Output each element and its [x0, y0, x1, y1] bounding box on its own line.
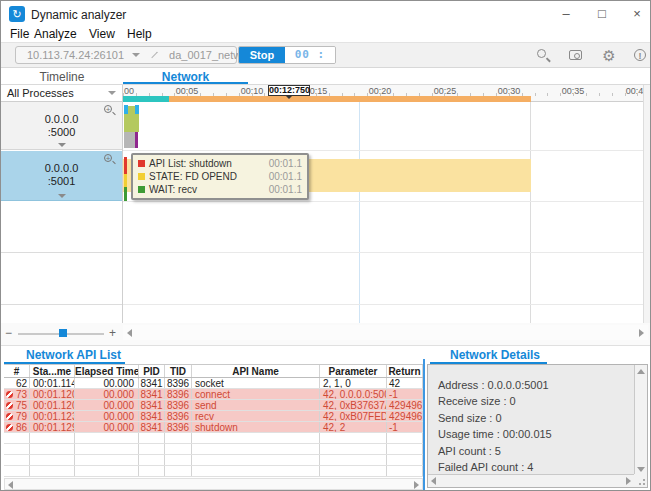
table-row-failed[interactable]: 73 00:01.120 00.000 8341 8396 connect 42…	[4, 389, 423, 400]
col-parameter[interactable]: Parameter	[320, 365, 387, 377]
green-square-icon	[138, 186, 145, 193]
scroll-right-icon[interactable]	[639, 329, 644, 337]
vertical-scrollbar[interactable]	[643, 85, 650, 323]
col-return[interactable]: Return	[387, 365, 423, 377]
col-num[interactable]: #	[4, 365, 30, 377]
process-port: :5000	[1, 126, 122, 138]
table-row[interactable]: 62 00:01.114 00.000 8341 8396 socket 2, …	[4, 378, 423, 389]
trace-control-group: Stop 00 : 32	[238, 46, 336, 64]
tab-timeline[interactable]: Timeline	[1, 70, 123, 84]
process-filter-dropdown[interactable]: All Processes	[1, 85, 123, 101]
col-api-name[interactable]: API Name	[192, 365, 320, 377]
cell-num: 75	[4, 400, 30, 410]
tooltip-row: WAIT: recv 00:01.1	[138, 183, 302, 196]
cell-tid: 8396	[165, 411, 192, 421]
failed-icon	[6, 391, 13, 398]
close-button[interactable]: ×	[622, 5, 651, 23]
process-row-5001-selected[interactable]: + 0.0.0.0 :5001	[1, 151, 122, 201]
tooltip-row: STATE: FD OPEND 00:01.1	[138, 170, 302, 183]
wait-marker-green	[124, 187, 127, 201]
tooltip-label: WAIT: recv	[149, 184, 197, 195]
zoom-in-button[interactable]: +	[109, 326, 116, 340]
stop-button[interactable]: Stop	[239, 47, 285, 63]
menu-analyze[interactable]: Analyze	[34, 27, 77, 41]
horizontal-scrollbar[interactable]	[123, 325, 648, 340]
tab-network-api-list[interactable]: Network API List	[26, 348, 121, 362]
chart-row-separator	[123, 252, 645, 253]
detail-usage-time: Usage time : 00:00.015	[438, 428, 552, 440]
info-icon[interactable]: !	[632, 47, 650, 65]
table-row-failed[interactable]: 86 00:01.129 00.000 8341 8396 shutdown 4…	[4, 422, 423, 433]
table-horizontal-scrollbar[interactable]	[4, 478, 423, 490]
col-elapsed-time[interactable]: Elapsed Time	[75, 365, 139, 377]
details-horizontal-scrollbar[interactable]	[428, 474, 634, 487]
chart-gridline	[359, 102, 360, 323]
minimize-button[interactable]: –	[551, 5, 581, 23]
table-row-empty	[4, 466, 423, 477]
process-row-5000[interactable]: + 0.0.0.0 :5000	[1, 102, 122, 150]
cell-api: connect	[192, 389, 320, 399]
timeline-chart-area: + 0.0.0.0 :5000 + 0.0.0.0 :5001	[1, 102, 651, 323]
details-vertical-scrollbar[interactable]	[634, 365, 647, 476]
process-address: 0.0.0.0	[1, 113, 122, 125]
cell-return: -1	[387, 389, 423, 399]
menu-help[interactable]: Help	[127, 27, 152, 41]
red-square-icon	[138, 160, 145, 167]
cell-num: 73	[4, 389, 30, 399]
cell-pid: 8341	[139, 422, 165, 432]
scroll-left-icon[interactable]	[431, 477, 436, 485]
process-port: :5001	[1, 175, 122, 187]
maximize-button[interactable]: □	[587, 5, 617, 23]
current-time-marker[interactable]: 00:12:750	[268, 85, 310, 96]
col-start-time[interactable]: Sta...me	[30, 365, 75, 377]
process-address: 0.0.0.0	[1, 162, 122, 174]
timeline-controls: − +	[1, 323, 650, 346]
chevron-down-icon[interactable]	[132, 53, 140, 57]
cell-return: 4294967295	[387, 400, 423, 410]
scroll-right-icon[interactable]	[414, 481, 419, 489]
table-row-empty	[4, 444, 423, 455]
zoom-out-button[interactable]: −	[5, 326, 12, 340]
chevron-down-icon[interactable]	[58, 143, 66, 147]
cell-elapsed: 00.000	[75, 378, 139, 388]
table-row-failed[interactable]: 75 00:01.120 00.000 8341 8396 send 42, 0…	[4, 400, 423, 411]
search-icon[interactable]	[534, 47, 552, 65]
scroll-up-icon[interactable]	[637, 369, 645, 374]
col-pid[interactable]: PID	[139, 365, 165, 377]
exclamation-icon: !	[634, 49, 646, 61]
col-tid[interactable]: TID	[165, 365, 192, 377]
chevron-down-icon[interactable]	[58, 194, 66, 198]
menu-view[interactable]: View	[89, 27, 115, 41]
lens-icon	[537, 49, 546, 58]
table-row-failed[interactable]: 79 00:01.123 00.000 8341 8396 recv 42, 0…	[4, 411, 423, 422]
api-bar-blue	[135, 105, 139, 114]
panel-splitter[interactable]	[423, 359, 425, 491]
cell-pid: 8341	[139, 400, 165, 410]
device-dropdown[interactable]: 10.113.74.24:26101	[27, 49, 124, 61]
scroll-down-icon[interactable]	[637, 467, 645, 472]
table-row-empty	[4, 433, 423, 444]
api-table: # Sta...me Elapsed Time PID TID API Name…	[4, 364, 423, 477]
settings-gear-icon[interactable]: ⚙	[600, 47, 618, 65]
scroll-right-icon[interactable]	[626, 477, 631, 485]
active-tab-underline	[123, 82, 248, 84]
resize-grip[interactable]	[634, 474, 647, 487]
menu-file[interactable]: File	[10, 27, 29, 41]
failed-icon	[6, 402, 13, 409]
api-marker-red	[124, 157, 127, 174]
tooltip-row: API List: shutdown 00:01.1	[138, 157, 302, 170]
failed-icon	[6, 413, 13, 420]
scroll-left-icon[interactable]	[127, 329, 132, 337]
tab-network-details[interactable]: Network Details	[450, 348, 540, 362]
tooltip-time: 00:01.1	[269, 158, 302, 169]
cell-tid: 8396	[165, 389, 192, 399]
elapsed-timer: 00 : 32	[285, 47, 335, 63]
screenshot-icon[interactable]	[567, 47, 585, 65]
process-filter-label: All Processes	[7, 87, 74, 99]
zoom-slider-handle[interactable]	[59, 329, 67, 337]
cell-start: 00:01.120	[30, 389, 75, 399]
scroll-left-icon[interactable]	[8, 481, 13, 489]
timeline-canvas[interactable]: API List: shutdown 00:01.1 STATE: FD OPE…	[123, 102, 645, 323]
chart-row-separator	[123, 201, 645, 202]
target-breadcrumb: 10.113.74.24:26101 da_0017_network	[15, 46, 237, 64]
